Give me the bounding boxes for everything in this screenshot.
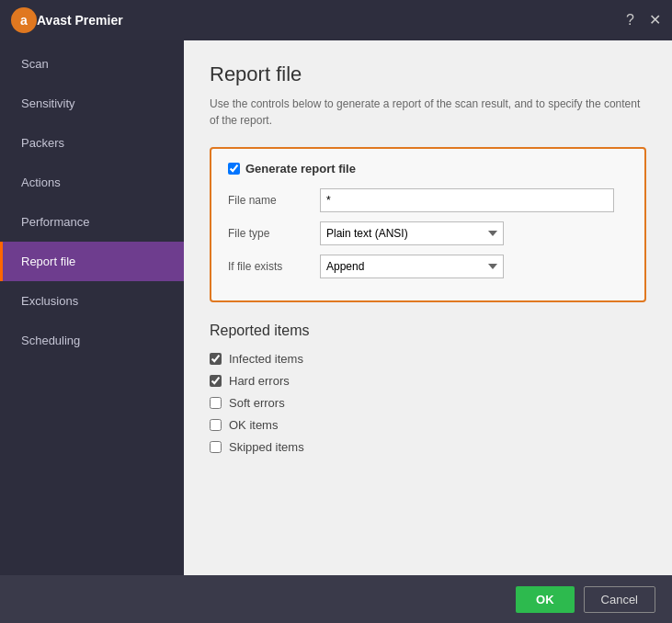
checkbox-row-hard-errors: Hard errors [210,374,646,388]
skipped-items-checkbox[interactable] [210,441,222,453]
reported-items-title: Reported items [210,323,646,339]
svg-text:a: a [20,13,28,28]
sidebar-item-scan[interactable]: Scan [0,44,184,84]
file-type-row: File type Plain text (ANSI) Plain text (… [228,221,628,245]
sidebar-item-sensitivity[interactable]: Sensitivity [0,84,184,123]
avast-logo: a [11,7,37,33]
sidebar: Scan Sensitivity Packers Actions Perform… [0,40,184,575]
sidebar-item-report-file[interactable]: Report file [0,242,184,281]
checkbox-row-ok-items: OK items [210,418,646,432]
if-exists-row: If file exists Append Overwrite Ask [228,255,628,278]
hard-errors-checkbox[interactable] [210,375,222,387]
help-button[interactable]: ? [626,13,634,28]
titlebar-action-group: ? ✕ [626,13,661,28]
sidebar-item-performance[interactable]: Performance [0,202,184,242]
soft-errors-checkbox[interactable] [210,397,222,409]
sidebar-item-actions[interactable]: Actions [0,163,184,202]
checkbox-row-skipped: Skipped items [210,440,646,454]
content-inner: Report file Use the controls below to ge… [184,40,672,575]
hard-errors-label[interactable]: Hard errors [229,374,290,388]
if-exists-select[interactable]: Append Overwrite Ask [320,255,504,278]
file-type-label: File type [228,227,320,240]
sidebar-item-exclusions[interactable]: Exclusions [0,281,184,321]
titlebar: a Avast Premier ? ✕ [0,0,672,40]
page-description: Use the controls below to generate a rep… [210,96,646,129]
cancel-button[interactable]: Cancel [584,586,655,613]
generate-row: Generate report file [228,162,628,176]
close-button[interactable]: ✕ [649,13,661,28]
generate-label[interactable]: Generate report file [245,162,356,176]
report-file-section: Generate report file File name File type… [210,147,646,302]
infected-label[interactable]: Infected items [229,352,303,366]
infected-checkbox[interactable] [210,353,222,365]
soft-errors-label[interactable]: Soft errors [229,396,285,410]
ok-items-checkbox[interactable] [210,419,222,431]
main-layout: Scan Sensitivity Packers Actions Perform… [0,40,672,575]
sidebar-item-packers[interactable]: Packers [0,123,184,163]
skipped-items-label[interactable]: Skipped items [229,440,304,454]
checkbox-row-soft-errors: Soft errors [210,396,646,410]
file-name-row: File name [228,188,628,212]
ok-items-label[interactable]: OK items [229,418,278,432]
generate-checkbox[interactable] [228,163,240,175]
file-name-input[interactable] [320,188,614,212]
file-type-select[interactable]: Plain text (ANSI) Plain text (Unicode) X… [320,221,504,245]
ok-button[interactable]: OK [516,586,575,613]
if-exists-label: If file exists [228,260,320,273]
footer: OK Cancel [0,575,672,623]
page-title: Report file [210,62,646,86]
app-title: Avast Premier [37,13,626,28]
checkbox-row-infected: Infected items [210,352,646,366]
sidebar-item-scheduling[interactable]: Scheduling [0,321,184,360]
content-area: Report file Use the controls below to ge… [184,40,672,575]
reported-items-section: Reported items Infected items Hard error… [210,323,646,454]
file-name-label: File name [228,194,320,207]
